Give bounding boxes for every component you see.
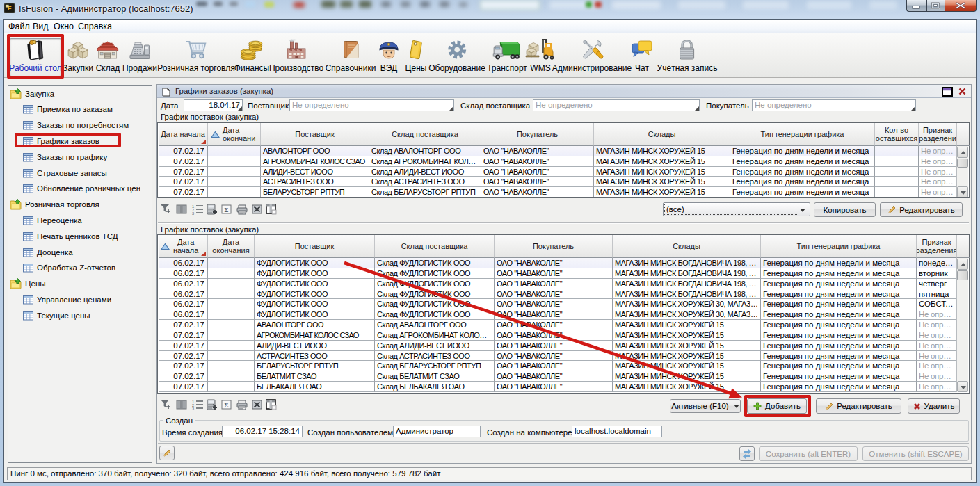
svg-text:3: 3 xyxy=(192,211,194,216)
svg-text:Σ: Σ xyxy=(225,402,229,409)
svg-text:3: 3 xyxy=(192,407,194,411)
svg-text:Σ: Σ xyxy=(225,206,229,213)
